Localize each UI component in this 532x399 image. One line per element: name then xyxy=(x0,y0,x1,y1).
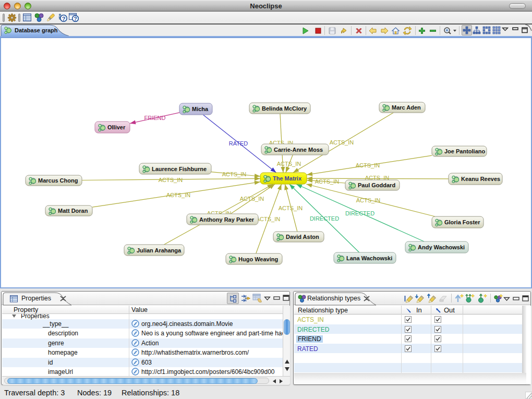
svg-text:Micha: Micha xyxy=(192,106,209,112)
svg-text:Keanu Reeves: Keanu Reeves xyxy=(461,176,500,182)
svg-text:ACTS_IN: ACTS_IN xyxy=(330,139,354,146)
svg-text:DIRECTED: DIRECTED xyxy=(345,210,374,216)
svg-text:Gloria Foster: Gloria Foster xyxy=(444,219,480,225)
svg-text:Laurence Fishburne: Laurence Fishburne xyxy=(152,166,207,172)
svg-text:ACTS_IN: ACTS_IN xyxy=(256,216,281,222)
svg-text:DIRECTED: DIRECTED xyxy=(310,215,339,222)
svg-text:Olliver: Olliver xyxy=(107,124,126,130)
svg-text:ACTS_IN: ACTS_IN xyxy=(277,161,301,167)
svg-text:ACTS_IN: ACTS_IN xyxy=(159,177,183,183)
svg-text:RATED: RATED xyxy=(229,140,248,147)
svg-text:Anthony Ray Parker: Anthony Ray Parker xyxy=(199,216,255,223)
svg-text:Lana Wachowski: Lana Wachowski xyxy=(346,255,392,261)
svg-text:The Matrix: The Matrix xyxy=(273,175,302,182)
svg-text:Paul Goddard: Paul Goddard xyxy=(358,182,395,188)
svg-text:Andy Wachowski: Andy Wachowski xyxy=(418,244,465,250)
svg-text:ACTS_IN: ACTS_IN xyxy=(166,192,191,198)
svg-text:FRIEND: FRIEND xyxy=(144,115,166,121)
svg-text:ACTS_IN: ACTS_IN xyxy=(222,171,247,177)
svg-text:ACTS_IN: ACTS_IN xyxy=(356,162,380,168)
svg-text:Joe Pantoliano: Joe Pantoliano xyxy=(444,148,486,154)
svg-text:Hugo Weaving: Hugo Weaving xyxy=(238,256,278,262)
svg-text:Matt Doran: Matt Doran xyxy=(58,208,88,214)
svg-text:?: ? xyxy=(62,16,66,22)
svg-text:Julian Arahanga: Julian Arahanga xyxy=(137,247,182,253)
svg-text:David Aston: David Aston xyxy=(286,234,319,240)
svg-text:ACTS_IN: ACTS_IN xyxy=(240,196,264,202)
svg-text:ACTS_IN: ACTS_IN xyxy=(356,197,381,203)
svg-text:?: ? xyxy=(74,16,77,22)
svg-text:ACTS_IN: ACTS_IN xyxy=(279,205,303,211)
svg-text:Belinda McClory: Belinda McClory xyxy=(262,105,307,112)
svg-text:Marcus Chong: Marcus Chong xyxy=(38,177,78,184)
svg-text:Carrie-Anne Moss: Carrie-Anne Moss xyxy=(274,147,323,153)
svg-text:ACTS_IN: ACTS_IN xyxy=(315,178,340,185)
svg-text:Marc Aden: Marc Aden xyxy=(392,104,421,111)
